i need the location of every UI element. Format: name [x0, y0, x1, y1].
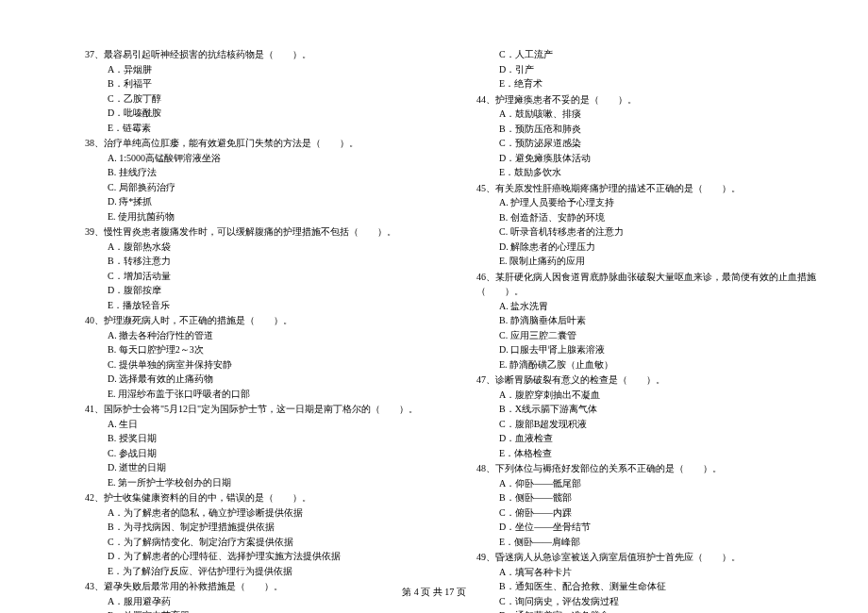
option-text: A．仰卧——骶尾部	[476, 476, 840, 491]
question-block: 44、护理瘫痪患者不妥的是（ ）。A．鼓励咳嗽、排痰B．预防压疮和肺炎C．预防泌…	[476, 92, 840, 180]
option-text: E．播放轻音乐	[85, 298, 448, 313]
option-text: A．为了解患者的隐私，确立护理诊断提供依据	[85, 505, 448, 521]
option-text: B. 授奖日期	[85, 431, 448, 446]
page-footer: 第 4 页 共 17 页	[0, 586, 868, 599]
option-text: E．绝育术	[476, 76, 840, 91]
option-text: C. 听录音机转移患者的注意力	[476, 224, 840, 240]
question-text: 39、慢性胃炎患者腹痛发作时，可以缓解腹痛的护理措施不包括（ ）。	[85, 224, 448, 240]
question-block: 39、慢性胃炎患者腹痛发作时，可以缓解腹痛的护理措施不包括（ ）。A．腹部热水袋…	[85, 224, 448, 312]
document-content: 37、最容易引起听神经损害的抗结核药物是（ ）。A．异烟肼B．利福平C．乙胺丁醇…	[0, 0, 868, 613]
question-block: 46、某肝硬化病人因食道胃底静脉曲张破裂大量呕血来诊，最简便有效的止血措施（ ）…	[476, 270, 840, 373]
option-text: C．乙胺丁醇	[85, 91, 448, 107]
option-text: B. 创造舒适、安静的环境	[476, 210, 840, 225]
option-text: C．为了解病情变化、制定治疗方案提供依据	[85, 535, 448, 550]
question-text: 47、诊断胃肠破裂有意义的检查是（ ）。	[476, 373, 840, 388]
option-text: B．X线示膈下游离气体	[476, 402, 840, 417]
option-text: D．避免瘫痪肢体活动	[476, 151, 840, 166]
option-text: C．俯卧——内踝	[476, 505, 840, 521]
option-text: D．血液检查	[476, 431, 840, 446]
option-text: A．腹腔穿刺抽出不凝血	[476, 388, 840, 403]
option-text: D．为了解患者的心理特征、选择护理实施方法提供依据	[85, 549, 448, 564]
question-block: 41、国际护士会将"5月12日"定为国际护士节，这一日期是南丁格尔的（ ）。A.…	[85, 402, 448, 489]
option-text: D．引产	[476, 62, 840, 77]
question-block: 38、治疗单纯高位肛瘘，能有效避免肛门失禁的方法是（ ）。A. 1:5000高锰…	[85, 136, 448, 224]
option-text: E．侧卧——肩峰部	[476, 535, 840, 550]
option-text: C．增加活动量	[85, 269, 448, 284]
question-text: 46、某肝硬化病人因食道胃底静脉曲张破裂大量呕血来诊，最简便有效的止血措施（ ）…	[476, 270, 840, 299]
question-text: 38、治疗单纯高位肛瘘，能有效避免肛门失禁的方法是（ ）。	[85, 136, 448, 151]
option-text: A．异烟肼	[85, 62, 448, 77]
question-text: 42、护士收集健康资料的目的中，错误的是（ ）。	[85, 490, 448, 505]
option-text: C. 提供单独的病室并保持安静	[85, 357, 448, 373]
option-text: C. 应用三腔二囊管	[476, 328, 840, 343]
question-block: 47、诊断胃肠破裂有意义的检查是（ ）。A．腹腔穿刺抽出不凝血B．X线示膈下游离…	[476, 373, 840, 460]
question-block: 45、有关原发性肝癌晚期疼痛护理的描述不正确的是（ ）。A. 护理人员要给予心理…	[476, 181, 840, 269]
option-text: B．放置宫内节育器	[85, 608, 448, 613]
option-text: B. 每天口腔护理2～3次	[85, 342, 448, 357]
option-text: C. 参战日期	[85, 446, 448, 461]
question-text: 37、最容易引起听神经损害的抗结核药物是（ ）。	[85, 47, 448, 62]
option-text: B．预防压疮和肺炎	[476, 122, 840, 137]
option-text: E. 用湿纱布盖于张口呼吸者的口部	[85, 387, 448, 402]
option-text: A. 生日	[85, 417, 448, 432]
option-text: D．腹部按摩	[85, 283, 448, 298]
option-text: B．利福平	[85, 76, 448, 91]
option-text: A．鼓励咳嗽、排痰	[476, 107, 840, 122]
question-block: C．人工流产D．引产E．绝育术	[476, 47, 840, 91]
option-text: B．侧卧——髋部	[476, 490, 840, 505]
option-text: B．转移注意力	[85, 254, 448, 269]
option-text: A．填写各种卡片	[476, 565, 840, 580]
right-column: C．人工流产D．引产E．绝育术44、护理瘫痪患者不妥的是（ ）。A．鼓励咳嗽、排…	[476, 47, 840, 613]
option-text: B. 静滴脑垂体后叶素	[476, 313, 840, 328]
question-text: 48、下列体位与褥疮好发部位的关系不正确的是（ ）。	[476, 461, 840, 476]
option-text: D. 逝世的日期	[85, 460, 448, 475]
question-text: 45、有关原发性肝癌晚期疼痛护理的描述不正确的是（ ）。	[476, 181, 840, 196]
option-text: D．坐位——坐骨结节	[476, 520, 840, 535]
option-text: D. 解除患者的心理压力	[476, 240, 840, 255]
option-text: A. 1:5000高锰酸钾溶液坐浴	[85, 151, 448, 166]
question-block: 42、护士收集健康资料的目的中，错误的是（ ）。A．为了解患者的隐私，确立护理诊…	[85, 490, 448, 578]
option-text: B．为寻找病因、制定护理措施提供依据	[85, 520, 448, 535]
option-text: A. 盐水洗胃	[476, 299, 840, 314]
option-text: D. 痔*揉抓	[85, 194, 448, 209]
option-text: D．吡嗪酰胺	[85, 106, 448, 121]
question-block: 37、最容易引起听神经损害的抗结核药物是（ ）。A．异烟肼B．利福平C．乙胺丁醇…	[85, 47, 448, 135]
option-text: C．预防泌尿道感染	[476, 136, 840, 151]
question-block: 49、昏迷病人从急诊室被送入病室后值班护士首先应（ ）。A．填写各种卡片B．通知…	[476, 550, 840, 613]
option-text: B. 挂线疗法	[85, 165, 448, 180]
option-text: C．人工流产	[476, 47, 840, 62]
option-text: C. 局部换药治疗	[85, 180, 448, 195]
left-column: 37、最容易引起听神经损害的抗结核药物是（ ）。A．异烟肼B．利福平C．乙胺丁醇…	[85, 47, 448, 613]
question-text: 41、国际护士会将"5月12日"定为国际护士节，这一日期是南丁格尔的（ ）。	[85, 402, 448, 417]
option-text: D．通知营养室，准备膳食	[476, 608, 840, 613]
option-text: E．链霉素	[85, 121, 448, 136]
option-text: E. 使用抗菌药物	[85, 209, 448, 224]
question-block: 48、下列体位与褥疮好发部位的关系不正确的是（ ）。A．仰卧——骶尾部B．侧卧—…	[476, 461, 840, 549]
option-text: A. 撤去各种治疗性的管道	[85, 328, 448, 343]
option-text: A. 护理人员要给予心理支持	[476, 195, 840, 210]
option-text: D. 口服去甲肾上腺素溶液	[476, 342, 840, 357]
question-text: 44、护理瘫痪患者不妥的是（ ）。	[476, 92, 840, 108]
option-text: E. 限制止痛药的应用	[476, 254, 840, 269]
option-text: E. 静滴酚磺乙胺（止血敏）	[476, 357, 840, 373]
question-text: 49、昏迷病人从急诊室被送入病室后值班护士首先应（ ）。	[476, 550, 840, 565]
option-text: E．为了解治疗反应、评估护理行为提供依据	[85, 564, 448, 579]
option-text: A．腹部热水袋	[85, 240, 448, 255]
question-block: 40、护理濒死病人时，不正确的措施是（ ）。A. 撤去各种治疗性的管道B. 每天…	[85, 313, 448, 401]
option-text: E．体格检查	[476, 446, 840, 461]
option-text: E. 第一所护士学校创办的日期	[85, 475, 448, 490]
question-text: 40、护理濒死病人时，不正确的措施是（ ）。	[85, 313, 448, 328]
option-text: E．鼓励多饮水	[476, 165, 840, 180]
option-text: D. 选择最有效的止痛药物	[85, 372, 448, 387]
option-text: C．腹部B超发现积液	[476, 417, 840, 432]
